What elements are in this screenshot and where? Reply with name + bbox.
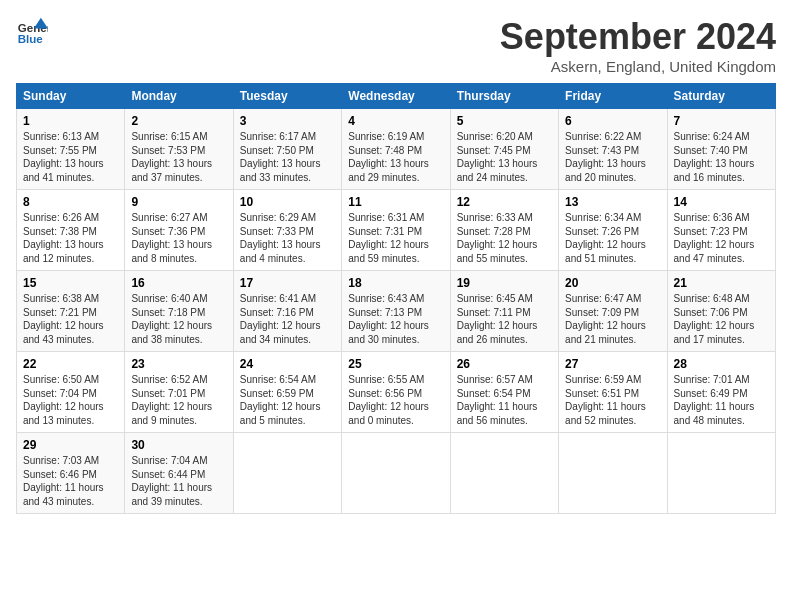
day-info: and 47 minutes. (674, 252, 769, 266)
weekday-header: Thursday (450, 84, 558, 109)
calendar-day: 12Sunrise: 6:33 AMSunset: 7:28 PMDayligh… (450, 190, 558, 271)
day-info: Daylight: 12 hours (23, 319, 118, 333)
calendar-day: 1Sunrise: 6:13 AMSunset: 7:55 PMDaylight… (17, 109, 125, 190)
day-info: Sunset: 7:53 PM (131, 144, 226, 158)
day-info: and 43 minutes. (23, 495, 118, 509)
day-info: Daylight: 11 hours (674, 400, 769, 414)
day-info: Sunrise: 6:50 AM (23, 373, 118, 387)
day-info: and 34 minutes. (240, 333, 335, 347)
day-info: Sunrise: 6:45 AM (457, 292, 552, 306)
calendar-day: 28Sunrise: 7:01 AMSunset: 6:49 PMDayligh… (667, 352, 775, 433)
day-info: Daylight: 12 hours (674, 319, 769, 333)
day-number: 15 (23, 276, 118, 290)
calendar-day: 21Sunrise: 6:48 AMSunset: 7:06 PMDayligh… (667, 271, 775, 352)
day-info: Sunset: 6:44 PM (131, 468, 226, 482)
day-info: Daylight: 13 hours (23, 238, 118, 252)
day-info: Sunset: 7:31 PM (348, 225, 443, 239)
day-info: Daylight: 13 hours (131, 238, 226, 252)
day-info: Sunrise: 6:54 AM (240, 373, 335, 387)
day-info: Sunrise: 6:52 AM (131, 373, 226, 387)
weekday-header: Tuesday (233, 84, 341, 109)
day-info: and 24 minutes. (457, 171, 552, 185)
day-number: 12 (457, 195, 552, 209)
day-info: Sunset: 7:40 PM (674, 144, 769, 158)
calendar-week: 1Sunrise: 6:13 AMSunset: 7:55 PMDaylight… (17, 109, 776, 190)
day-info: Daylight: 12 hours (131, 319, 226, 333)
calendar-day: 13Sunrise: 6:34 AMSunset: 7:26 PMDayligh… (559, 190, 667, 271)
day-info: and 20 minutes. (565, 171, 660, 185)
calendar-day: 15Sunrise: 6:38 AMSunset: 7:21 PMDayligh… (17, 271, 125, 352)
day-info: Daylight: 13 hours (131, 157, 226, 171)
day-info: and 37 minutes. (131, 171, 226, 185)
day-info: and 0 minutes. (348, 414, 443, 428)
day-number: 30 (131, 438, 226, 452)
day-info: Sunset: 6:51 PM (565, 387, 660, 401)
calendar-day: 6Sunrise: 6:22 AMSunset: 7:43 PMDaylight… (559, 109, 667, 190)
calendar-day: 5Sunrise: 6:20 AMSunset: 7:45 PMDaylight… (450, 109, 558, 190)
day-number: 6 (565, 114, 660, 128)
calendar-day: 3Sunrise: 6:17 AMSunset: 7:50 PMDaylight… (233, 109, 341, 190)
day-info: Sunrise: 6:41 AM (240, 292, 335, 306)
day-info: Daylight: 12 hours (348, 400, 443, 414)
day-info: Sunset: 7:38 PM (23, 225, 118, 239)
day-info: Sunset: 7:01 PM (131, 387, 226, 401)
day-number: 18 (348, 276, 443, 290)
day-info: Sunset: 7:09 PM (565, 306, 660, 320)
day-info: Daylight: 11 hours (565, 400, 660, 414)
day-info: Daylight: 12 hours (240, 319, 335, 333)
day-info: Daylight: 12 hours (565, 238, 660, 252)
day-number: 24 (240, 357, 335, 371)
day-number: 20 (565, 276, 660, 290)
day-info: Sunrise: 6:26 AM (23, 211, 118, 225)
day-info: Sunrise: 6:47 AM (565, 292, 660, 306)
day-number: 9 (131, 195, 226, 209)
calendar-day: 25Sunrise: 6:55 AMSunset: 6:56 PMDayligh… (342, 352, 450, 433)
day-number: 13 (565, 195, 660, 209)
day-info: Daylight: 12 hours (131, 400, 226, 414)
day-info: Sunrise: 7:03 AM (23, 454, 118, 468)
day-info: Sunrise: 6:27 AM (131, 211, 226, 225)
day-number: 11 (348, 195, 443, 209)
day-info: Sunrise: 6:29 AM (240, 211, 335, 225)
day-info: and 29 minutes. (348, 171, 443, 185)
calendar-day: 29Sunrise: 7:03 AMSunset: 6:46 PMDayligh… (17, 433, 125, 514)
day-info: Sunset: 7:16 PM (240, 306, 335, 320)
day-number: 7 (674, 114, 769, 128)
calendar-day: 18Sunrise: 6:43 AMSunset: 7:13 PMDayligh… (342, 271, 450, 352)
month-title: September 2024 (500, 16, 776, 58)
day-info: Sunrise: 7:04 AM (131, 454, 226, 468)
calendar-body: 1Sunrise: 6:13 AMSunset: 7:55 PMDaylight… (17, 109, 776, 514)
calendar-day: 8Sunrise: 6:26 AMSunset: 7:38 PMDaylight… (17, 190, 125, 271)
day-info: Sunrise: 6:13 AM (23, 130, 118, 144)
day-info: Sunrise: 6:15 AM (131, 130, 226, 144)
calendar-day: 4Sunrise: 6:19 AMSunset: 7:48 PMDaylight… (342, 109, 450, 190)
day-number: 29 (23, 438, 118, 452)
day-info: and 17 minutes. (674, 333, 769, 347)
location: Askern, England, United Kingdom (500, 58, 776, 75)
day-info: Daylight: 12 hours (348, 319, 443, 333)
day-info: Sunset: 7:21 PM (23, 306, 118, 320)
calendar-day: 7Sunrise: 6:24 AMSunset: 7:40 PMDaylight… (667, 109, 775, 190)
day-info: Sunset: 7:11 PM (457, 306, 552, 320)
day-number: 14 (674, 195, 769, 209)
day-info: Sunset: 7:06 PM (674, 306, 769, 320)
day-number: 17 (240, 276, 335, 290)
calendar-day: 23Sunrise: 6:52 AMSunset: 7:01 PMDayligh… (125, 352, 233, 433)
day-info: and 33 minutes. (240, 171, 335, 185)
day-info: Daylight: 13 hours (674, 157, 769, 171)
day-number: 2 (131, 114, 226, 128)
calendar-day (667, 433, 775, 514)
day-info: and 59 minutes. (348, 252, 443, 266)
logo: General Blue (16, 16, 48, 48)
day-info: Sunset: 6:54 PM (457, 387, 552, 401)
day-number: 27 (565, 357, 660, 371)
calendar-day (342, 433, 450, 514)
day-number: 21 (674, 276, 769, 290)
day-info: Daylight: 13 hours (240, 157, 335, 171)
day-info: Sunrise: 6:43 AM (348, 292, 443, 306)
weekday-header: Sunday (17, 84, 125, 109)
calendar-day: 2Sunrise: 6:15 AMSunset: 7:53 PMDaylight… (125, 109, 233, 190)
day-info: Sunrise: 6:31 AM (348, 211, 443, 225)
day-info: Sunset: 7:23 PM (674, 225, 769, 239)
day-number: 3 (240, 114, 335, 128)
